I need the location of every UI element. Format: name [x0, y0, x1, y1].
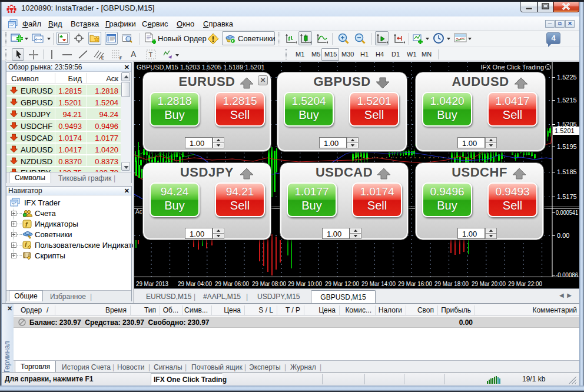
- svg-text:1.5185: 1.5185: [557, 168, 577, 175]
- svg-text:29 Mar 12:00: 29 Mar 12:00: [325, 280, 359, 287]
- svg-text:1.5175: 1.5175: [557, 193, 577, 200]
- svg-text:1.5195: 1.5195: [557, 143, 577, 150]
- svg-text:29 Mar 18:00: 29 Mar 18:00: [434, 280, 469, 287]
- svg-text:29 Mar 04:00: 29 Mar 04:00: [178, 280, 212, 287]
- svg-text:29 Mar 14:00: 29 Mar 14:00: [361, 280, 396, 287]
- svg-text:29 Mar 10:00: 29 Mar 10:00: [288, 280, 322, 287]
- svg-text:-0.00086: -0.00086: [556, 271, 578, 278]
- svg-text:29 Mar 20:00: 29 Mar 20:00: [472, 280, 506, 287]
- svg-text:T: T: [149, 51, 153, 58]
- svg-text:GBPUSD,M15 1.5203 1.5205 1.51: GBPUSD,M15 1.5203 1.5205 1.5189 1.5201: [137, 64, 265, 71]
- svg-text:29 Mar 08:00: 29 Mar 08:00: [252, 280, 286, 287]
- svg-text:29 Mar 22:00: 29 Mar 22:00: [508, 280, 542, 287]
- svg-text:29 Mar 16:00: 29 Mar 16:00: [398, 280, 432, 287]
- svg-text:1.5225: 1.5225: [557, 74, 577, 81]
- svg-text:1.5215: 1.5215: [557, 97, 577, 104]
- svg-text:0.00: 0.00: [557, 232, 569, 239]
- svg-text:IFX One Click Trading: IFX One Click Trading: [480, 64, 544, 71]
- svg-text:29 Mar 06:00: 29 Mar 06:00: [215, 280, 249, 287]
- svg-text:1.5201: 1.5201: [555, 127, 575, 134]
- svg-text:29 Mar 2013: 29 Mar 2013: [136, 280, 168, 287]
- svg-text:0.000541: 0.000541: [556, 209, 578, 216]
- svg-text:E: E: [101, 56, 104, 60]
- svg-text:F: F: [120, 56, 122, 60]
